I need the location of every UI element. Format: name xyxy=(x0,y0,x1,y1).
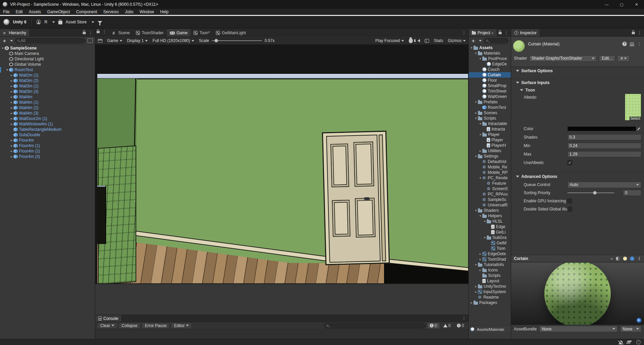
gpu-instancing-checkbox[interactable] xyxy=(567,199,572,203)
project-item[interactable]: Floor xyxy=(469,78,511,83)
foldout-arrow-icon[interactable]: ▾ xyxy=(469,46,474,49)
menu-item[interactable]: Assets xyxy=(26,9,44,14)
hierarchy-item[interactable]: ▸ Wall3m (2) xyxy=(0,78,95,83)
project-item[interactable]: ▾ Shaders xyxy=(469,208,511,213)
project-item[interactable]: Readme xyxy=(469,295,511,300)
project-search-input[interactable] xyxy=(484,38,509,43)
kebab-icon[interactable]: ⋮ xyxy=(638,31,642,35)
project-item[interactable]: ▾ Intractable xyxy=(469,121,511,126)
foldout-arrow-icon[interactable]: ▸ xyxy=(478,258,482,261)
debug-bug-icon[interactable] xyxy=(409,38,413,43)
preview-color-icon[interactable] xyxy=(630,257,634,261)
hierarchy-item[interactable]: ▸ Floor4m xyxy=(0,138,95,143)
foldout-arrow-icon[interactable]: ▸ xyxy=(474,290,478,293)
vsync-grid-icon[interactable] xyxy=(425,39,429,43)
display-dropdown[interactable]: Display 1 xyxy=(127,38,148,43)
hierarchy-item[interactable]: ▸ Wall4m (2) xyxy=(0,105,95,110)
project-item[interactable]: ▸ Packages xyxy=(469,300,511,305)
max-field[interactable]: 1.29 xyxy=(567,151,641,157)
foldout-arrow-icon[interactable]: ▸ xyxy=(9,117,14,120)
foldout-arrow-icon[interactable]: ▸ xyxy=(9,74,14,77)
hierarchy-item[interactable]: SofaDouble xyxy=(0,132,95,138)
kebab-icon[interactable]: ⋮ xyxy=(637,42,641,46)
foldout-arrow-icon[interactable]: ▸ xyxy=(478,268,482,272)
advanced-options-foldout[interactable]: Advanced Options xyxy=(511,172,644,180)
play-focused-dropdown[interactable]: Play Focused xyxy=(375,38,404,43)
project-item[interactable]: Feature xyxy=(469,181,511,186)
project-item[interactable]: ▸ InputSystem xyxy=(469,289,511,295)
foldout-arrow-icon[interactable]: ▸ xyxy=(9,144,14,147)
foldout-arrow-icon[interactable]: ▾ xyxy=(478,214,482,218)
kebab-icon[interactable]: ⋮ xyxy=(637,256,641,261)
project-item[interactable]: PC_RPAss xyxy=(469,191,511,197)
assetbundle-variant-dropdown[interactable]: None xyxy=(620,326,641,332)
console-search-input[interactable] xyxy=(324,323,426,328)
edit-shader-button[interactable]: Edit... xyxy=(599,55,616,62)
tab-console[interactable]: Console xyxy=(95,315,121,322)
error-pause-button[interactable]: Error Pause xyxy=(142,323,169,329)
project-item[interactable]: Player xyxy=(469,137,511,143)
project-item[interactable]: ▾ Helpers xyxy=(469,213,511,219)
foldout-arrow-icon[interactable]: ▸ xyxy=(474,111,478,115)
project-item[interactable]: UniversalR xyxy=(469,202,511,208)
foldout-arrow-icon[interactable]: ▾ xyxy=(474,52,478,55)
project-item[interactable]: ▸ Scenes xyxy=(469,110,511,116)
foldout-arrow-icon[interactable]: ▾ xyxy=(5,68,9,72)
hierarchy-item[interactable]: Directional Light xyxy=(0,56,95,62)
hierarchy-item[interactable]: ▸ Wall3m (3) xyxy=(0,89,95,94)
clear-button[interactable]: Clear xyxy=(97,323,117,329)
menu-item[interactable]: GameObject xyxy=(44,9,73,14)
foldout-arrow-icon[interactable]: ▸ xyxy=(469,301,474,304)
assetbundle-dropdown[interactable]: None xyxy=(539,326,618,332)
filter-icon[interactable] xyxy=(98,21,102,23)
foldout-arrow-icon[interactable]: ▸ xyxy=(9,111,14,115)
foldout-arrow-icon[interactable]: ▸ xyxy=(474,285,478,288)
project-item[interactable]: Mobile_RP xyxy=(469,170,511,175)
eyedropper-icon[interactable] xyxy=(636,126,641,131)
project-item[interactable]: WallGreen xyxy=(469,94,511,99)
project-item[interactable]: PlayerH xyxy=(469,143,511,148)
color-swatch[interactable] xyxy=(567,126,641,131)
project-item[interactable]: ▸ Icons xyxy=(469,267,511,273)
foldout-arrow-icon[interactable]: ▾ xyxy=(478,133,482,136)
console-log-area[interactable] xyxy=(95,330,468,339)
project-item[interactable]: ▸ ToonShad xyxy=(469,257,511,262)
hierarchy-item[interactable]: ▸ Wall4m xyxy=(0,94,95,100)
project-item[interactable]: ▾ HLSL xyxy=(469,219,511,224)
notifications-muted-icon[interactable] xyxy=(619,341,623,344)
account-label[interactable]: R xyxy=(44,20,47,24)
hierarchy-item[interactable]: ▸ WallWindow4m (1) xyxy=(0,121,95,127)
display-window-icon[interactable] xyxy=(98,39,102,43)
project-item[interactable]: DefaultVol xyxy=(469,159,511,164)
lock-icon[interactable] xyxy=(83,32,86,34)
hierarchy-item[interactable]: ▸ Floor4m (1) xyxy=(0,143,95,148)
foldout-arrow-icon[interactable]: ▸ xyxy=(9,155,14,158)
resolution-dropdown[interactable]: Full HD (1920x1080) xyxy=(153,38,194,43)
preview-render-mode-icon[interactable] xyxy=(616,257,620,261)
kebab-icon[interactable]: ⋮ xyxy=(88,31,93,35)
game-mode-dropdown[interactable]: Game xyxy=(107,38,122,43)
tab-project[interactable]: Project ▸ xyxy=(469,29,497,36)
scale-slider[interactable]: Scale 0.57x xyxy=(199,38,275,43)
foldout-arrow-icon[interactable]: ▸ xyxy=(478,149,482,153)
asset-store-icon[interactable] xyxy=(58,21,62,24)
project-item[interactable]: TrimSheet xyxy=(469,88,511,94)
hierarchy-item[interactable]: Global Volume xyxy=(0,62,95,67)
select-texture-button[interactable]: Select xyxy=(629,117,641,120)
project-item[interactable]: Edge xyxy=(469,224,511,229)
usealbedo-checkbox[interactable]: ✓ xyxy=(567,160,572,165)
foldout-arrow-icon[interactable]: ▸ xyxy=(9,106,14,109)
menu-item[interactable]: Window xyxy=(137,9,157,14)
add-object-button[interactable]: ＋ xyxy=(2,38,7,43)
albedo-texture-thumbnail[interactable]: Select xyxy=(625,94,641,121)
menu-item[interactable]: Jobs xyxy=(122,9,136,14)
project-item[interactable]: Mobile_Re xyxy=(469,164,511,170)
create-asset-button[interactable]: ＋ xyxy=(471,38,476,43)
lock-icon[interactable] xyxy=(97,31,100,33)
project-item[interactable]: ▾ Scripts xyxy=(469,116,511,121)
project-item[interactable]: RoomTest xyxy=(469,105,511,110)
scale-track[interactable] xyxy=(212,40,262,41)
hierarchy-item[interactable]: ▸ Floor4m (2) xyxy=(0,148,95,154)
project-item[interactable]: SampleSc xyxy=(469,197,511,202)
info-count-toggle[interactable]: !0 xyxy=(427,323,439,328)
